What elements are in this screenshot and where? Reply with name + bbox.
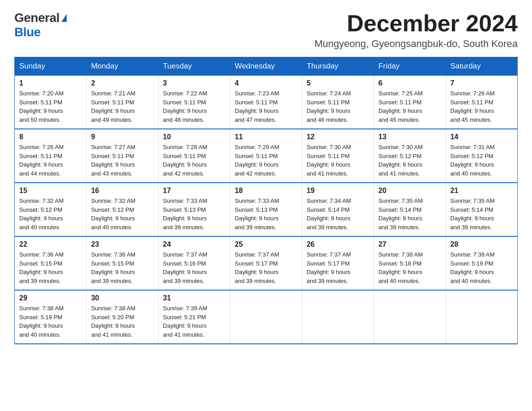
day-info: Sunrise: 7:24 AMSunset: 5:11 PMDaylight:…: [307, 89, 369, 124]
calendar-cell: 18Sunrise: 7:33 AMSunset: 5:13 PMDayligh…: [230, 183, 302, 236]
day-info: Sunrise: 7:29 AMSunset: 5:11 PMDaylight:…: [235, 143, 297, 178]
page-header: General Blue December 2024 Mungyeong, Gy…: [14, 11, 518, 50]
calendar-cell: 7Sunrise: 7:26 AMSunset: 5:11 PMDaylight…: [446, 76, 517, 129]
day-info: Sunrise: 7:20 AMSunset: 5:11 PMDaylight:…: [19, 89, 82, 124]
location-subtitle: Mungyeong, Gyeongsangbuk-do, South Korea: [314, 38, 518, 50]
day-number: 28: [450, 240, 513, 248]
day-info: Sunrise: 7:31 AMSunset: 5:12 PMDaylight:…: [450, 143, 513, 178]
day-info: Sunrise: 7:21 AMSunset: 5:11 PMDaylight:…: [91, 89, 153, 124]
day-info: Sunrise: 7:37 AMSunset: 5:17 PMDaylight:…: [307, 250, 369, 285]
day-number: 8: [19, 133, 82, 141]
day-number: 25: [235, 240, 297, 248]
calendar-cell: 27Sunrise: 7:38 AMSunset: 5:18 PMDayligh…: [374, 236, 446, 290]
day-info: Sunrise: 7:27 AMSunset: 5:11 PMDaylight:…: [91, 143, 153, 178]
weekday-header-thursday: Thursday: [302, 57, 373, 76]
day-number: 19: [307, 187, 369, 195]
day-info: Sunrise: 7:28 AMSunset: 5:11 PMDaylight:…: [163, 143, 225, 178]
calendar-cell: [230, 290, 302, 344]
day-number: 3: [163, 79, 225, 87]
weekday-header-friday: Friday: [374, 57, 446, 76]
day-info: Sunrise: 7:22 AMSunset: 5:11 PMDaylight:…: [163, 89, 225, 124]
calendar-cell: 12Sunrise: 7:30 AMSunset: 5:11 PMDayligh…: [302, 129, 373, 183]
calendar-cell: 17Sunrise: 7:33 AMSunset: 5:13 PMDayligh…: [158, 183, 230, 236]
weekday-header-wednesday: Wednesday: [230, 57, 302, 76]
calendar-week-row: 22Sunrise: 7:36 AMSunset: 5:15 PMDayligh…: [15, 236, 518, 290]
day-number: 6: [378, 79, 441, 87]
day-number: 1: [19, 79, 82, 87]
day-info: Sunrise: 7:33 AMSunset: 5:13 PMDaylight:…: [235, 197, 297, 231]
calendar-cell: 4Sunrise: 7:23 AMSunset: 5:11 PMDaylight…: [230, 76, 302, 129]
logo-blue-text: Blue: [14, 25, 41, 39]
day-number: 17: [163, 187, 225, 195]
day-info: Sunrise: 7:25 AMSunset: 5:11 PMDaylight:…: [378, 89, 441, 124]
day-info: Sunrise: 7:34 AMSunset: 5:14 PMDaylight:…: [307, 197, 369, 231]
day-info: Sunrise: 7:26 AMSunset: 5:11 PMDaylight:…: [450, 89, 513, 124]
weekday-header-saturday: Saturday: [446, 57, 517, 76]
day-number: 24: [163, 240, 225, 248]
day-number: 7: [450, 79, 513, 87]
logo-general-text: General: [14, 11, 60, 25]
day-info: Sunrise: 7:39 AMSunset: 5:21 PMDaylight:…: [163, 304, 225, 339]
day-info: Sunrise: 7:30 AMSunset: 5:11 PMDaylight:…: [307, 143, 369, 178]
month-year-title: December 2024: [314, 11, 518, 36]
calendar-cell: 15Sunrise: 7:32 AMSunset: 5:12 PMDayligh…: [15, 183, 86, 236]
day-info: Sunrise: 7:23 AMSunset: 5:11 PMDaylight:…: [235, 89, 297, 124]
day-number: 10: [163, 133, 225, 141]
calendar-cell: 28Sunrise: 7:38 AMSunset: 5:19 PMDayligh…: [446, 236, 517, 290]
day-info: Sunrise: 7:38 AMSunset: 5:18 PMDaylight:…: [378, 250, 441, 285]
calendar-week-row: 8Sunrise: 7:26 AMSunset: 5:11 PMDaylight…: [15, 129, 518, 183]
calendar-cell: 11Sunrise: 7:29 AMSunset: 5:11 PMDayligh…: [230, 129, 302, 183]
day-number: 26: [307, 240, 369, 248]
day-number: 4: [235, 79, 297, 87]
calendar-cell: 3Sunrise: 7:22 AMSunset: 5:11 PMDaylight…: [158, 76, 230, 129]
calendar-cell: 13Sunrise: 7:30 AMSunset: 5:12 PMDayligh…: [374, 129, 446, 183]
day-number: 15: [19, 187, 82, 195]
calendar-cell: 29Sunrise: 7:38 AMSunset: 5:19 PMDayligh…: [15, 290, 86, 344]
day-number: 13: [378, 133, 441, 141]
day-info: Sunrise: 7:36 AMSunset: 5:15 PMDaylight:…: [19, 250, 82, 285]
day-number: 5: [307, 79, 369, 87]
calendar-cell: 20Sunrise: 7:35 AMSunset: 5:14 PMDayligh…: [374, 183, 446, 236]
day-number: 31: [163, 294, 225, 302]
title-block: December 2024 Mungyeong, Gyeongsangbuk-d…: [314, 11, 518, 50]
day-number: 23: [91, 240, 153, 248]
day-info: Sunrise: 7:33 AMSunset: 5:13 PMDaylight:…: [163, 197, 225, 231]
logo-triangle-icon: [61, 14, 67, 22]
calendar-cell: 9Sunrise: 7:27 AMSunset: 5:11 PMDaylight…: [86, 129, 158, 183]
calendar-cell: 19Sunrise: 7:34 AMSunset: 5:14 PMDayligh…: [302, 183, 373, 236]
day-info: Sunrise: 7:32 AMSunset: 5:12 PMDaylight:…: [19, 197, 82, 231]
day-info: Sunrise: 7:35 AMSunset: 5:14 PMDaylight:…: [378, 197, 441, 231]
day-number: 16: [91, 187, 153, 195]
day-info: Sunrise: 7:26 AMSunset: 5:11 PMDaylight:…: [19, 143, 82, 178]
calendar-cell: 23Sunrise: 7:36 AMSunset: 5:15 PMDayligh…: [86, 236, 158, 290]
day-info: Sunrise: 7:38 AMSunset: 5:19 PMDaylight:…: [450, 250, 513, 285]
calendar-cell: 14Sunrise: 7:31 AMSunset: 5:12 PMDayligh…: [446, 129, 517, 183]
day-number: 20: [378, 187, 441, 195]
day-number: 11: [235, 133, 297, 141]
weekday-header-tuesday: Tuesday: [158, 57, 230, 76]
day-info: Sunrise: 7:30 AMSunset: 5:12 PMDaylight:…: [378, 143, 441, 178]
calendar-week-row: 15Sunrise: 7:32 AMSunset: 5:12 PMDayligh…: [15, 183, 518, 236]
calendar-cell: [446, 290, 517, 344]
day-info: Sunrise: 7:32 AMSunset: 5:12 PMDaylight:…: [91, 197, 153, 231]
day-number: 30: [91, 294, 153, 302]
calendar-week-row: 29Sunrise: 7:38 AMSunset: 5:19 PMDayligh…: [15, 290, 518, 344]
day-number: 18: [235, 187, 297, 195]
day-number: 12: [307, 133, 369, 141]
calendar-cell: 1Sunrise: 7:20 AMSunset: 5:11 PMDaylight…: [15, 76, 86, 129]
day-number: 14: [450, 133, 513, 141]
day-info: Sunrise: 7:36 AMSunset: 5:15 PMDaylight:…: [91, 250, 153, 285]
day-number: 2: [91, 79, 153, 87]
calendar-cell: 24Sunrise: 7:37 AMSunset: 5:16 PMDayligh…: [158, 236, 230, 290]
weekday-header-monday: Monday: [86, 57, 158, 76]
day-number: 21: [450, 187, 513, 195]
calendar-cell: 31Sunrise: 7:39 AMSunset: 5:21 PMDayligh…: [158, 290, 230, 344]
day-info: Sunrise: 7:37 AMSunset: 5:16 PMDaylight:…: [163, 250, 225, 285]
logo: General Blue: [14, 11, 67, 39]
calendar-cell: [302, 290, 373, 344]
calendar-week-row: 1Sunrise: 7:20 AMSunset: 5:11 PMDaylight…: [15, 76, 518, 129]
weekday-header-row: SundayMondayTuesdayWednesdayThursdayFrid…: [15, 57, 518, 76]
day-info: Sunrise: 7:38 AMSunset: 5:20 PMDaylight:…: [91, 304, 153, 339]
calendar-cell: 30Sunrise: 7:38 AMSunset: 5:20 PMDayligh…: [86, 290, 158, 344]
calendar-cell: 26Sunrise: 7:37 AMSunset: 5:17 PMDayligh…: [302, 236, 373, 290]
